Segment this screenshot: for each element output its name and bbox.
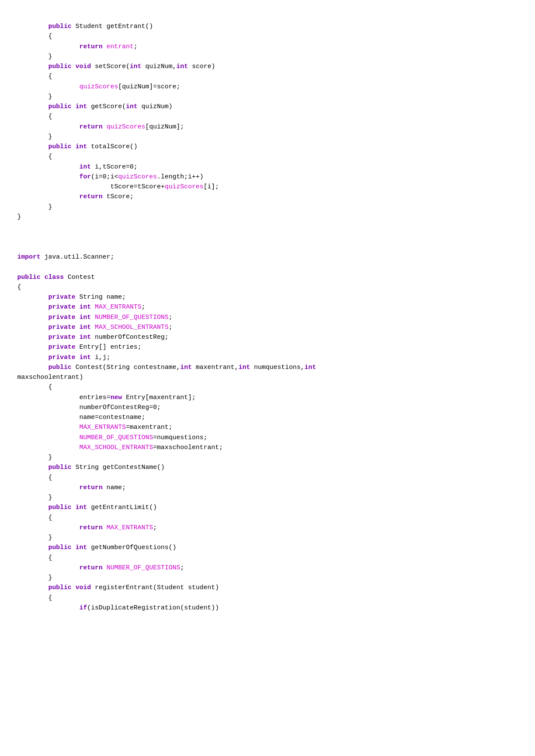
keyword-return5: return [79, 524, 103, 531]
code-text: maxentrant, [192, 364, 238, 371]
indent [17, 23, 48, 30]
ref-max-entrants: MAX_ENTRANTS [95, 303, 141, 311]
keyword-return2: return [79, 123, 103, 131]
keyword-private5: private [48, 334, 75, 341]
keyword-int10: int [79, 334, 91, 341]
keyword-int4: int [126, 103, 138, 110]
ref-num-questions3: NUMBER_OF_QUESTIONS [106, 564, 180, 572]
code-text [72, 103, 75, 110]
code-text [72, 584, 75, 591]
keyword-int8: int [79, 314, 91, 321]
code-text: getScore( [87, 103, 126, 110]
keyword-return6: return [79, 564, 103, 572]
keyword-public7: public [48, 464, 72, 471]
code-section-1: public Student getEntrant() { return ent… [17, 13, 518, 231]
code-text: setScore( [91, 63, 130, 70]
code-text: java.util.Scanner; [41, 253, 114, 261]
code-text [75, 334, 79, 341]
keyword-public8: public [48, 504, 72, 511]
keyword-private7: private [48, 354, 75, 361]
keyword-return: return [79, 43, 103, 50]
keyword-void2: void [75, 584, 91, 591]
ref-quizscores4: quizScores [165, 183, 203, 191]
keyword-int13: int [238, 364, 250, 371]
ref-num-questions: NUMBER_OF_QUESTIONS [95, 314, 169, 321]
code-text [75, 354, 79, 361]
keyword-public5: public [17, 274, 41, 281]
keyword-int7: int [79, 303, 91, 311]
keyword-int16: int [75, 544, 87, 551]
code-text [72, 544, 75, 551]
keyword-int12: int [180, 364, 192, 371]
keyword-int14: int [304, 364, 316, 371]
code-section-2: import java.util.Scanner; public class C… [17, 244, 518, 622]
keyword-private1: private [48, 294, 75, 301]
code-text [75, 303, 79, 311]
code-text [75, 314, 79, 321]
code-text: (isDuplicateRegistration(student)) [87, 604, 219, 612]
keyword-public6: public [48, 364, 72, 371]
code-text: quizNum, [141, 63, 176, 70]
code-text [75, 324, 79, 331]
ref-quizscores1: quizScores [79, 83, 118, 91]
keyword-int2: int [176, 63, 188, 70]
ref-max-school: MAX_SCHOOL_ENTRANTS [95, 324, 169, 331]
code-text: (i=0;i< [91, 173, 118, 181]
keyword-if: if [79, 604, 87, 612]
keyword-class: class [44, 274, 64, 281]
keyword-int3: int [75, 103, 87, 110]
code-text [72, 504, 75, 511]
ref-max-school2: MAX_SCHOOL_ENTRANTS [79, 444, 153, 451]
keyword-int11: int [79, 354, 91, 361]
keyword-int1: int [130, 63, 141, 70]
code-text [103, 524, 106, 531]
keyword-public3: public [48, 103, 72, 110]
keyword-return4: return [79, 484, 103, 491]
ref-entrant: entrant [103, 43, 134, 50]
ref-max-entrants3: MAX_ENTRANTS [106, 524, 153, 531]
keyword-int5: int [75, 143, 87, 150]
ref-quizscores3: quizScores [118, 173, 157, 181]
code-container: public Student getEntrant() { return ent… [17, 13, 518, 622]
keyword-private3: private [48, 314, 75, 321]
code-text [72, 63, 75, 70]
code-text: Contest(String contestname, [72, 364, 180, 371]
code-text [103, 123, 106, 131]
keyword-int15: int [75, 504, 87, 511]
keyword-import: import [17, 253, 41, 261]
keyword-void: void [75, 63, 91, 70]
keyword-return3: return [79, 193, 103, 200]
keyword-private4: private [48, 324, 75, 331]
code-text: numquestions, [250, 364, 304, 371]
keyword-new: new [110, 394, 122, 401]
ref-quizscores2: quizScores [106, 123, 145, 131]
code-text: maxschoolentrant) { entries= [17, 374, 110, 401]
code-text [91, 324, 95, 331]
ref-num-questions2: NUMBER_OF_QUESTIONS [79, 434, 153, 441]
keyword-int9: int [79, 324, 91, 331]
code-text [91, 303, 95, 311]
separator1 [17, 231, 518, 244]
keyword-public10: public [48, 584, 72, 591]
ref-max-entrants2: MAX_ENTRANTS [79, 424, 126, 431]
code-text [41, 274, 44, 281]
code-text [91, 314, 95, 321]
keyword-public2: public [48, 63, 72, 70]
keyword-public9: public [48, 544, 72, 551]
keyword-public4: public [48, 143, 72, 150]
code-text [72, 143, 75, 150]
code-text [103, 564, 106, 572]
keyword-int6: int [79, 163, 91, 171]
keyword-private6: private [48, 344, 75, 351]
keyword-private2: private [48, 303, 75, 311]
keyword-public: public [48, 23, 72, 30]
keyword-for: for [79, 173, 91, 181]
